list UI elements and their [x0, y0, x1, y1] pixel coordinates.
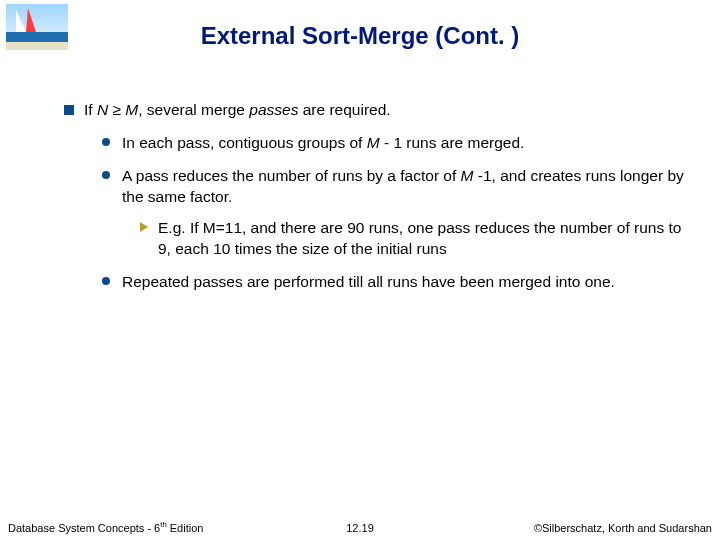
bullet-level3: E.g. If M=11, and there are 90 runs, one… [140, 218, 684, 260]
text: ≥ [108, 101, 125, 118]
slide-body: If N ≥ M, several merge passes are requi… [64, 100, 684, 306]
text-emph: passes [249, 101, 298, 118]
text: are required. [298, 101, 390, 118]
variable-m: M [125, 101, 138, 118]
text: E.g. If M=11, and there are 90 runs, one… [158, 219, 681, 257]
footer-copyright: ©Silberschatz, Korth and Sudarshan [534, 522, 712, 534]
text: - 1 runs are merged. [380, 134, 525, 151]
text: , several merge [138, 101, 249, 118]
bullet-level1: If N ≥ M, several merge passes are requi… [64, 100, 684, 292]
text: A pass reduces the number of runs by a f… [122, 167, 461, 184]
variable-m: M [461, 167, 474, 184]
variable-n: N [97, 101, 108, 118]
text: Repeated passes are performed till all r… [122, 273, 615, 290]
text: In each pass, contiguous groups of [122, 134, 367, 151]
variable-m: M [367, 134, 380, 151]
slide-title: External Sort-Merge (Cont. ) [0, 22, 720, 50]
bullet-level2: A pass reduces the number of runs by a f… [102, 166, 684, 260]
bullet-level2: In each pass, contiguous groups of M - 1… [102, 133, 684, 154]
bullet-level2: Repeated passes are performed till all r… [102, 272, 684, 293]
text: If [84, 101, 97, 118]
